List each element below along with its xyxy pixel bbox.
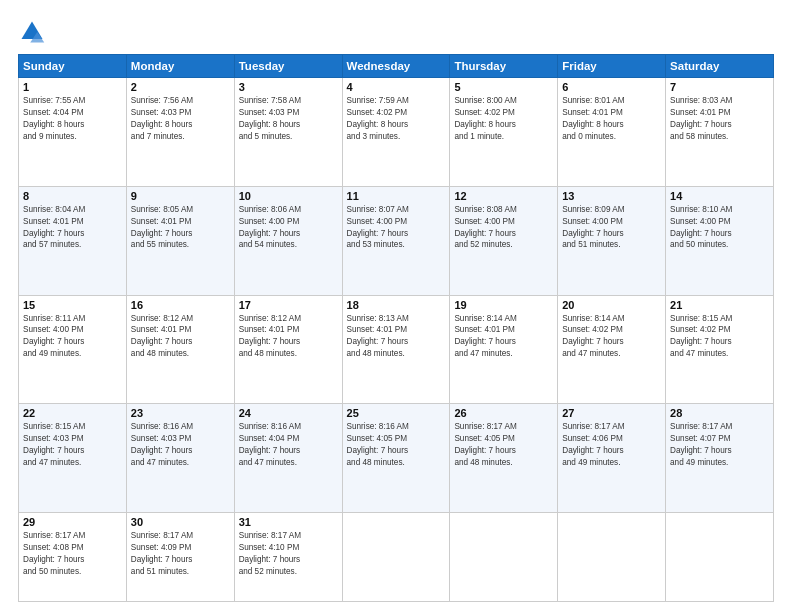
day-number: 27 [562,407,661,419]
calendar-cell: 15Sunrise: 8:11 AMSunset: 4:00 PMDayligh… [19,295,127,404]
logo-icon [18,18,46,46]
day-number: 10 [239,190,338,202]
calendar-cell: 4Sunrise: 7:59 AMSunset: 4:02 PMDaylight… [342,78,450,187]
cell-info: Sunrise: 8:11 AMSunset: 4:00 PMDaylight:… [23,313,122,361]
logo [18,18,50,46]
day-number: 4 [347,81,446,93]
calendar-week-row: 15Sunrise: 8:11 AMSunset: 4:00 PMDayligh… [19,295,774,404]
day-number: 13 [562,190,661,202]
calendar-week-row: 8Sunrise: 8:04 AMSunset: 4:01 PMDaylight… [19,186,774,295]
calendar-cell: 2Sunrise: 7:56 AMSunset: 4:03 PMDaylight… [126,78,234,187]
day-number: 29 [23,516,122,528]
day-number: 21 [670,299,769,311]
cell-info: Sunrise: 7:58 AMSunset: 4:03 PMDaylight:… [239,95,338,143]
cell-info: Sunrise: 8:10 AMSunset: 4:00 PMDaylight:… [670,204,769,252]
day-number: 7 [670,81,769,93]
day-number: 30 [131,516,230,528]
day-number: 23 [131,407,230,419]
cell-info: Sunrise: 8:16 AMSunset: 4:03 PMDaylight:… [131,421,230,469]
calendar-cell: 16Sunrise: 8:12 AMSunset: 4:01 PMDayligh… [126,295,234,404]
day-number: 3 [239,81,338,93]
day-number: 15 [23,299,122,311]
weekday-header: Friday [558,55,666,78]
calendar-cell: 26Sunrise: 8:17 AMSunset: 4:05 PMDayligh… [450,404,558,513]
cell-info: Sunrise: 8:17 AMSunset: 4:06 PMDaylight:… [562,421,661,469]
calendar-cell: 22Sunrise: 8:15 AMSunset: 4:03 PMDayligh… [19,404,127,513]
day-number: 2 [131,81,230,93]
calendar-cell: 12Sunrise: 8:08 AMSunset: 4:00 PMDayligh… [450,186,558,295]
header [18,18,774,46]
calendar-cell [450,513,558,602]
day-number: 11 [347,190,446,202]
day-number: 26 [454,407,553,419]
calendar-cell: 8Sunrise: 8:04 AMSunset: 4:01 PMDaylight… [19,186,127,295]
calendar-table: SundayMondayTuesdayWednesdayThursdayFrid… [18,54,774,602]
day-number: 5 [454,81,553,93]
calendar-cell: 6Sunrise: 8:01 AMSunset: 4:01 PMDaylight… [558,78,666,187]
cell-info: Sunrise: 8:01 AMSunset: 4:01 PMDaylight:… [562,95,661,143]
cell-info: Sunrise: 8:09 AMSunset: 4:00 PMDaylight:… [562,204,661,252]
cell-info: Sunrise: 8:05 AMSunset: 4:01 PMDaylight:… [131,204,230,252]
calendar-cell: 25Sunrise: 8:16 AMSunset: 4:05 PMDayligh… [342,404,450,513]
day-number: 18 [347,299,446,311]
cell-info: Sunrise: 8:16 AMSunset: 4:05 PMDaylight:… [347,421,446,469]
calendar-cell: 17Sunrise: 8:12 AMSunset: 4:01 PMDayligh… [234,295,342,404]
day-number: 20 [562,299,661,311]
calendar-cell: 30Sunrise: 8:17 AMSunset: 4:09 PMDayligh… [126,513,234,602]
calendar-cell: 11Sunrise: 8:07 AMSunset: 4:00 PMDayligh… [342,186,450,295]
calendar-cell: 5Sunrise: 8:00 AMSunset: 4:02 PMDaylight… [450,78,558,187]
calendar-cell: 23Sunrise: 8:16 AMSunset: 4:03 PMDayligh… [126,404,234,513]
cell-info: Sunrise: 7:56 AMSunset: 4:03 PMDaylight:… [131,95,230,143]
cell-info: Sunrise: 8:15 AMSunset: 4:03 PMDaylight:… [23,421,122,469]
cell-info: Sunrise: 8:17 AMSunset: 4:09 PMDaylight:… [131,530,230,578]
cell-info: Sunrise: 8:17 AMSunset: 4:05 PMDaylight:… [454,421,553,469]
calendar-cell [342,513,450,602]
cell-info: Sunrise: 7:59 AMSunset: 4:02 PMDaylight:… [347,95,446,143]
weekday-header: Sunday [19,55,127,78]
calendar-cell: 10Sunrise: 8:06 AMSunset: 4:00 PMDayligh… [234,186,342,295]
calendar-cell: 20Sunrise: 8:14 AMSunset: 4:02 PMDayligh… [558,295,666,404]
calendar-cell: 24Sunrise: 8:16 AMSunset: 4:04 PMDayligh… [234,404,342,513]
cell-info: Sunrise: 8:00 AMSunset: 4:02 PMDaylight:… [454,95,553,143]
calendar-cell: 18Sunrise: 8:13 AMSunset: 4:01 PMDayligh… [342,295,450,404]
cell-info: Sunrise: 8:14 AMSunset: 4:01 PMDaylight:… [454,313,553,361]
calendar-cell: 7Sunrise: 8:03 AMSunset: 4:01 PMDaylight… [666,78,774,187]
cell-info: Sunrise: 8:12 AMSunset: 4:01 PMDaylight:… [131,313,230,361]
cell-info: Sunrise: 7:55 AMSunset: 4:04 PMDaylight:… [23,95,122,143]
cell-info: Sunrise: 8:16 AMSunset: 4:04 PMDaylight:… [239,421,338,469]
calendar-cell: 27Sunrise: 8:17 AMSunset: 4:06 PMDayligh… [558,404,666,513]
day-number: 16 [131,299,230,311]
cell-info: Sunrise: 8:04 AMSunset: 4:01 PMDaylight:… [23,204,122,252]
weekday-header: Monday [126,55,234,78]
cell-info: Sunrise: 8:17 AMSunset: 4:10 PMDaylight:… [239,530,338,578]
cell-info: Sunrise: 8:15 AMSunset: 4:02 PMDaylight:… [670,313,769,361]
cell-info: Sunrise: 8:03 AMSunset: 4:01 PMDaylight:… [670,95,769,143]
calendar-cell: 31Sunrise: 8:17 AMSunset: 4:10 PMDayligh… [234,513,342,602]
calendar-cell: 28Sunrise: 8:17 AMSunset: 4:07 PMDayligh… [666,404,774,513]
day-number: 25 [347,407,446,419]
cell-info: Sunrise: 8:07 AMSunset: 4:00 PMDaylight:… [347,204,446,252]
cell-info: Sunrise: 8:17 AMSunset: 4:08 PMDaylight:… [23,530,122,578]
calendar-week-row: 29Sunrise: 8:17 AMSunset: 4:08 PMDayligh… [19,513,774,602]
page: SundayMondayTuesdayWednesdayThursdayFrid… [0,0,792,612]
day-number: 24 [239,407,338,419]
cell-info: Sunrise: 8:14 AMSunset: 4:02 PMDaylight:… [562,313,661,361]
day-number: 1 [23,81,122,93]
weekday-header: Thursday [450,55,558,78]
day-number: 28 [670,407,769,419]
calendar-cell: 19Sunrise: 8:14 AMSunset: 4:01 PMDayligh… [450,295,558,404]
calendar-week-row: 22Sunrise: 8:15 AMSunset: 4:03 PMDayligh… [19,404,774,513]
cell-info: Sunrise: 8:13 AMSunset: 4:01 PMDaylight:… [347,313,446,361]
calendar-week-row: 1Sunrise: 7:55 AMSunset: 4:04 PMDaylight… [19,78,774,187]
day-number: 22 [23,407,122,419]
day-number: 14 [670,190,769,202]
day-number: 31 [239,516,338,528]
weekday-header: Wednesday [342,55,450,78]
weekday-header: Tuesday [234,55,342,78]
day-number: 17 [239,299,338,311]
cell-info: Sunrise: 8:06 AMSunset: 4:00 PMDaylight:… [239,204,338,252]
calendar-cell: 1Sunrise: 7:55 AMSunset: 4:04 PMDaylight… [19,78,127,187]
day-number: 19 [454,299,553,311]
day-number: 9 [131,190,230,202]
calendar-cell: 14Sunrise: 8:10 AMSunset: 4:00 PMDayligh… [666,186,774,295]
